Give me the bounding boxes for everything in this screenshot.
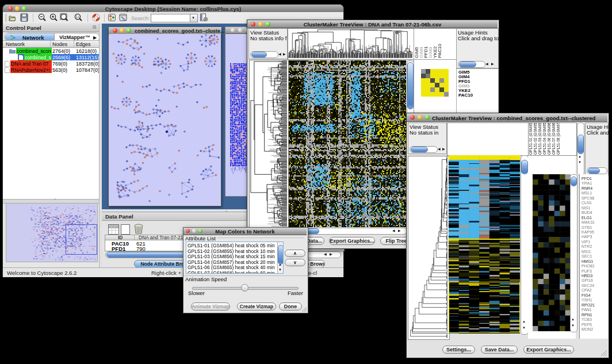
svg-text:1:1: 1:1 — [76, 16, 80, 18]
